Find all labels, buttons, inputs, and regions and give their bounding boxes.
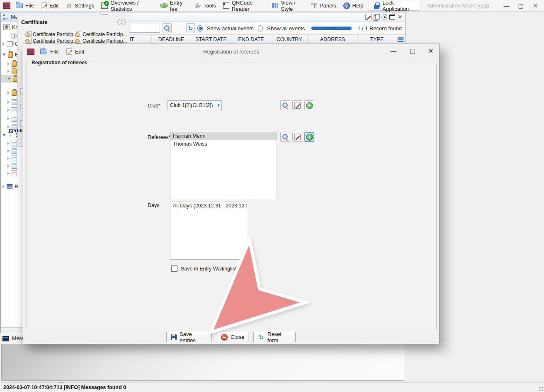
table-icon [7,184,12,189]
menu-tools[interactable]: Tools [192,2,217,10]
referees-label: Referees* [148,134,171,140]
certificate-doc-icon [25,38,32,44]
club-add-button[interactable]: + [304,100,314,110]
dialog-titlebar[interactable]: File Edit Registration of referees — ▢ ✕ [23,44,439,59]
clipboard-icon [8,52,13,58]
collapse-arrow-icon[interactable] [7,78,11,80]
tree-icon [3,14,9,20]
expand-arrow-icon[interactable] [7,109,10,112]
chevron-down-icon[interactable]: ▼ [216,101,221,110]
menu-help-label: Help [352,2,364,9]
menu-overviews-statistics[interactable]: Overviews / Statistics [100,0,155,13]
dialog-minimize-button[interactable]: — [389,47,398,54]
tree-item-label: R [15,184,18,190]
certificate-item[interactable]: Certificate Particip... [75,31,127,37]
save-entries-button[interactable]: Save entries [166,332,212,342]
column-start-date[interactable]: START DATE [191,35,231,44]
expand-arrow-icon[interactable] [7,172,10,175]
window-close-button[interactable]: ✕ [530,2,541,9]
clipboard-icon [12,61,17,67]
expand-arrow-icon[interactable] [2,42,5,46]
form-icon [12,107,17,113]
dialog-maximize-button[interactable]: ▢ [408,47,417,55]
expand-arrow-icon[interactable] [7,70,10,73]
expand-arrow-icon[interactable] [7,117,10,120]
club-search-button[interactable] [280,100,290,110]
window-maximize-button[interactable]: ▢ [515,2,526,9]
days-listbox[interactable]: All Days (2023.12.31 - 2023.12.31) [170,202,247,260]
column-country[interactable]: COUNTRY [271,35,308,44]
search-button[interactable] [163,23,172,33]
money-icon [160,2,168,8]
radio-show-all-events[interactable] [258,25,263,32]
dialog-menu-edit[interactable]: Edit [65,47,86,56]
referee-search-button[interactable] [280,132,290,142]
lock-application-label: Lock Application [382,0,415,12]
search-icon [282,102,289,109]
expand-arrow-icon[interactable] [2,185,5,188]
menu-view-style[interactable]: View / Style [270,0,305,13]
form-icon [8,132,13,138]
reset-form-button[interactable]: ↻ Reset form [253,332,296,342]
referee-add-button[interactable]: + [304,132,314,142]
resize-grip[interactable] [539,387,543,391]
menu-settings[interactable]: ⚙Settings [64,2,96,10]
lock-application-button[interactable]: Lock Application [369,1,420,11]
referee-edit-button[interactable] [292,132,302,142]
menu-edit[interactable]: Edit [39,2,60,10]
certificate-item[interactable]: Certificate Particip... [25,38,77,44]
history-icon[interactable] [381,14,387,20]
menu-file-label: File [25,2,34,9]
console-icon [2,336,9,341]
menu-help[interactable]: ?Help [342,2,365,10]
waitinglist-checkbox[interactable] [171,265,177,272]
menu-file[interactable]: File [14,2,36,10]
club-combobox[interactable]: Club 1[2](CLB1[2]) ▼ [167,100,222,110]
menu-qrcode-reader[interactable]: QRCode Reader [221,0,267,13]
referees-listbox[interactable]: Hannah Menn Thomas Weiss [170,132,277,199]
collapse-chevron-icon[interactable]: ︿︿ [117,19,126,25]
menu-panels[interactable]: Panels [309,2,338,10]
close-button[interactable]: Close [217,332,248,342]
expand-arrow-icon[interactable] [7,91,10,95]
radio-show-actual-events[interactable] [197,25,203,32]
menu-entry-fee[interactable]: Entry fee [159,0,189,13]
panel-maximize-icon[interactable] [389,15,395,19]
column-type[interactable]: TYPE [358,35,396,44]
clipboard-icon [12,90,17,96]
certificate-item-label: Certificate Particip... [33,38,77,44]
certificate-doc-icon [25,31,32,37]
referee-item[interactable]: Thomas Weiss [170,140,277,148]
club-edit-button[interactable] [292,100,302,110]
application-window: File Edit ⚙Settings Overviews / Statisti… [0,0,544,392]
day-item[interactable]: All Days (2023.12.31 - 2023.12.31) [170,202,247,210]
reset-icon: ↻ [258,334,265,341]
copy-icon[interactable] [374,14,379,20]
expand-arrow-icon[interactable] [7,157,10,160]
expand-arrow-icon[interactable] [7,142,10,145]
refresh-button[interactable]: ↻ [186,23,195,33]
certificate-item[interactable]: Certificate Particip... [75,38,127,44]
menu-overviews-label: Overviews / Statistics [110,0,153,12]
expand-arrow-icon[interactable] [7,100,10,104]
expand-arrow-icon[interactable] [7,62,10,66]
column-address[interactable]: ADDRESS [308,35,358,44]
collapse-arrow-icon[interactable] [2,54,6,56]
referee-item-selected[interactable]: Hannah Menn [170,132,277,140]
window-minimize-button[interactable]: — [501,2,512,9]
column-config-icon[interactable] [398,37,403,42]
save-icon [171,334,177,340]
expand-arrow-icon[interactable] [7,164,10,168]
panel-close-icon[interactable]: ✕ [397,14,403,20]
collapse-arrow-icon[interactable] [2,134,6,136]
dialog-menu-file[interactable]: File [39,48,61,56]
certificate-item[interactable]: Certificate Particip... [25,31,77,37]
dialog-close-button[interactable]: ✕ [426,47,435,55]
expand-arrow-icon[interactable] [7,149,10,153]
edit-record-icon[interactable] [365,14,372,20]
dialog-app-icon [27,49,34,55]
column-end-date[interactable]: END DATE [231,35,271,44]
main-toolbar: File Edit ⚙Settings Overviews / Statisti… [0,0,544,12]
form-icon [12,99,17,105]
column-deadline[interactable]: DEADLINE [152,35,191,44]
